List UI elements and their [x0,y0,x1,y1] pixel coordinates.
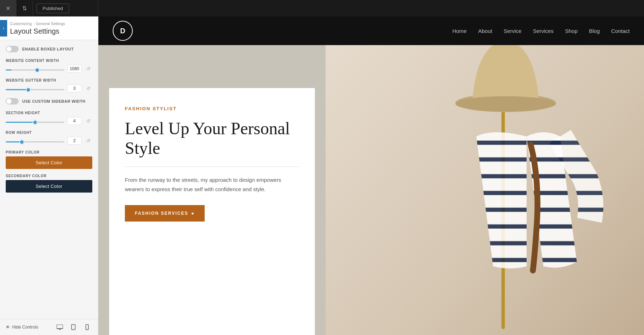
svg-point-4 [73,329,74,329]
sidebar-header-wrapper: Customizing › General Settings Layout Se… [0,16,98,40]
use-custom-sidebar-width-label: USE CUSTOM SIDEBAR WIDTH [22,99,86,103]
primary-color-section: PRIMARY COLOR Select Color [6,150,92,169]
svg-rect-0 [57,325,63,329]
desktop-icon [57,325,63,330]
mobile-view-button[interactable] [82,323,92,331]
hero-section: FASHION STYLIST Level Up Your Personal S… [98,45,644,335]
preview-area: D Home About Service Services Shop Blog … [98,16,644,335]
toggle-knob [6,47,11,52]
breadcrumb-parent: Customizing [10,21,32,26]
nav-item-contact[interactable]: Contact [611,28,630,34]
website-gutter-width-group: WEBSITE GUTTER WIDTH ↺ [6,78,92,92]
site-nav: Home About Service Services Shop Blog Co… [452,28,630,34]
sidebar-bottom-bar: 👁 Hide Controls [0,319,98,335]
enable-boxed-layout-toggle[interactable] [6,46,19,52]
enable-boxed-layout-label: ENABLE BOXED LAYOUT [22,47,74,51]
section-height-controls: ↺ [6,117,92,125]
website-content-width-group: WEBSITE CONTENT WIDTH ↺ [6,59,92,73]
section-height-slider[interactable] [6,122,64,123]
hero-fashion-svg [326,45,644,335]
secondary-color-label: SECONDARY COLOR [6,174,92,178]
view-buttons [54,323,92,331]
breadcrumb-current: General Settings [36,21,65,26]
website-content-width-label: WEBSITE CONTENT WIDTH [6,59,92,63]
nav-item-blog[interactable]: Blog [589,28,600,34]
hero-title: Level Up Your Personal Style [125,118,299,158]
svg-point-6 [87,329,87,329]
hero-cta-label: FASHION SERVICES [135,211,188,216]
tablet-view-button[interactable] [68,323,79,331]
back-button[interactable]: ‹ [0,20,7,37]
website-content-width-input[interactable] [67,65,82,73]
hero-left-area: FASHION STYLIST Level Up Your Personal S… [98,45,326,335]
primary-color-label: PRIMARY COLOR [6,150,92,154]
website-gutter-width-slider-wrap [6,85,64,92]
secondary-color-section: SECONDARY COLOR Select Color [6,174,92,193]
close-button[interactable]: ✕ [0,0,16,16]
nav-item-services[interactable]: Services [533,28,554,34]
toggle-knob-2 [6,99,11,104]
published-button[interactable]: Published [36,4,69,13]
use-custom-sidebar-width-row: USE CUSTOM SIDEBAR WIDTH [6,98,92,105]
website-preview: D Home About Service Services Shop Blog … [98,16,644,335]
close-icon: ✕ [6,5,10,12]
nav-item-service[interactable]: Service [504,28,522,34]
site-header: D Home About Service Services Shop Blog … [98,16,644,45]
section-height-label: SECTION HEIGHT [6,111,92,115]
website-content-width-slider-wrap [6,65,64,72]
website-gutter-width-label: WEBSITE GUTTER WIDTH [6,78,92,82]
top-bar-left-section: ✕ ⇅ Published [0,0,98,16]
section-height-input[interactable] [67,117,82,125]
website-content-width-controls: ↺ [6,65,92,73]
row-height-controls: ↺ [6,137,92,145]
fashion-hero-image [326,45,644,335]
hero-body-text: From the runway to the streets, my appro… [125,175,299,194]
primary-color-button[interactable]: Select Color [6,156,92,169]
nav-item-about[interactable]: About [478,28,492,34]
section-height-reset[interactable]: ↺ [84,117,92,125]
reorder-button[interactable]: ⇅ [16,0,33,16]
row-height-label: ROW HEIGHT [6,131,92,135]
row-height-input[interactable] [67,137,82,145]
website-content-width-reset[interactable]: ↺ [84,65,92,73]
hero-subtitle: FASHION STYLIST [125,106,299,111]
hero-divider [125,166,299,167]
mobile-icon [86,324,89,330]
row-height-slider[interactable] [6,141,64,142]
top-bar: ✕ ⇅ Published [0,0,644,16]
website-gutter-width-controls: ↺ [6,84,92,92]
row-height-reset[interactable]: ↺ [84,137,92,145]
website-gutter-width-input[interactable] [67,84,82,92]
hide-controls-button[interactable]: 👁 Hide Controls [6,325,38,330]
secondary-color-button[interactable]: Select Color [6,180,92,193]
nav-item-shop[interactable]: Shop [565,28,577,34]
sidebar-content: ENABLE BOXED LAYOUT WEBSITE CONTENT WIDT… [0,40,98,319]
breadcrumb: Customizing › General Settings [10,21,92,26]
website-gutter-width-slider[interactable] [6,89,64,90]
section-height-slider-wrap [6,118,64,124]
page-title: Layout Settings [10,27,92,35]
section-height-group: SECTION HEIGHT ↺ [6,111,92,125]
reorder-icon: ⇅ [22,5,27,12]
tablet-icon [71,324,75,330]
hero-cta-button[interactable]: FASHION SERVICES ▸ [125,205,205,222]
nav-item-home[interactable]: Home [452,28,467,34]
sidebar-header: Customizing › General Settings Layout Se… [0,16,98,40]
hero-cta-arrow: ▸ [192,211,195,216]
enable-boxed-layout-row: ENABLE BOXED LAYOUT [6,46,92,52]
main-area: Customizing › General Settings Layout Se… [0,16,644,335]
use-custom-sidebar-width-toggle[interactable] [6,98,19,105]
breadcrumb-arrow: › [33,22,34,26]
site-logo: D [113,21,133,41]
hide-controls-label: Hide Controls [12,325,38,330]
hero-right-area [326,45,644,335]
website-content-width-slider[interactable] [6,69,64,71]
sidebar-panel: Customizing › General Settings Layout Se… [0,16,98,335]
desktop-view-button[interactable] [54,323,65,331]
row-height-group: ROW HEIGHT ↺ [6,131,92,145]
eye-icon: 👁 [6,325,10,330]
hero-card: FASHION STYLIST Level Up Your Personal S… [109,88,315,335]
website-gutter-width-reset[interactable]: ↺ [84,84,92,92]
svg-point-13 [455,96,556,111]
row-height-slider-wrap [6,137,64,144]
